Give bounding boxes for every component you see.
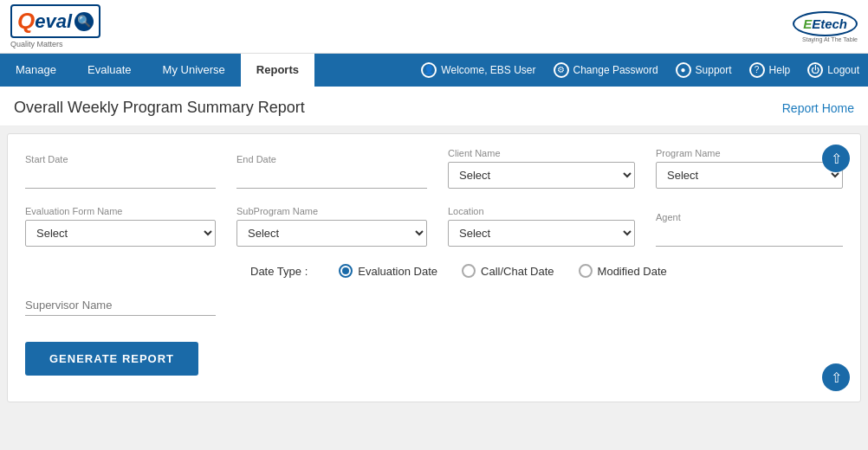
user-icon: 👤 <box>421 62 437 78</box>
date-type-row: Date Type : Evaluation Date Call/Chat Da… <box>250 264 843 278</box>
start-date-input[interactable] <box>25 168 216 189</box>
page-title: Overall Weekly Program Summary Report <box>14 99 305 117</box>
radio-circle-modified <box>579 264 593 278</box>
subprogram-label: SubProgram Name <box>236 206 427 216</box>
logo-tagline: Quality Matters <box>10 40 63 48</box>
supervisor-group <box>25 295 216 316</box>
etech-tagline: Staying At The Table <box>793 36 858 42</box>
logo-circle: 🔍 <box>74 12 94 31</box>
radio-inner-evaluation <box>342 267 349 274</box>
support-icon: ● <box>676 62 691 78</box>
nav-logout[interactable]: ⏻ Logout <box>799 54 868 87</box>
subprogram-group: SubProgram Name Select <box>236 206 427 247</box>
program-name-group: Program Name Select <box>656 148 843 189</box>
scroll-down-button[interactable]: ⇧ <box>822 363 850 391</box>
power-icon: ⏻ <box>807 62 823 78</box>
help-icon: ? <box>749 62 765 78</box>
radio-modified-date[interactable]: Modified Date <box>579 264 667 278</box>
radio-evaluation-date[interactable]: Evaluation Date <box>339 264 437 278</box>
client-name-select[interactable]: Select <box>448 162 635 189</box>
nav-right: 👤 Welcome, EBS User ⚙ Change Password ● … <box>412 54 868 87</box>
radio-label-modified: Modified Date <box>598 265 667 278</box>
nav-left: Manage Evaluate My Universe Reports <box>0 54 314 87</box>
nav-bar: Manage Evaluate My Universe Reports 👤 We… <box>0 54 868 87</box>
radio-label-call-chat: Call/Chat Date <box>481 265 554 278</box>
page-title-bar: Overall Weekly Program Summary Report Re… <box>0 87 868 126</box>
nav-my-universe[interactable]: My Universe <box>147 54 241 87</box>
radio-call-chat-date[interactable]: Call/Chat Date <box>462 264 554 278</box>
supervisor-row <box>25 295 843 316</box>
nav-welcome: 👤 Welcome, EBS User <box>412 54 544 87</box>
agent-group: Agent <box>656 212 843 247</box>
end-date-input[interactable] <box>236 168 427 189</box>
form-row-2: Evaluation Form Name Select SubProgram N… <box>25 206 843 247</box>
logo-eval: eval <box>35 10 72 33</box>
eval-form-select[interactable]: Select <box>25 220 216 247</box>
radio-group: Evaluation Date Call/Chat Date Modified … <box>339 264 667 278</box>
start-date-group: Start Date <box>25 154 216 189</box>
generate-report-button[interactable]: GENERATE REPORT <box>25 342 198 376</box>
report-home-link[interactable]: Report Home <box>782 101 854 115</box>
date-type-label: Date Type : <box>250 265 308 278</box>
client-name-label: Client Name <box>448 148 635 158</box>
agent-label: Agent <box>656 212 843 222</box>
nav-support[interactable]: ● Support <box>667 54 741 87</box>
nav-manage[interactable]: Manage <box>0 54 72 87</box>
program-name-label: Program Name <box>656 148 843 158</box>
nav-reports[interactable]: Reports <box>241 54 314 87</box>
start-date-label: Start Date <box>25 154 216 164</box>
top-header: Q eval 🔍 Quality Matters EEtech Staying … <box>0 0 868 54</box>
location-select[interactable]: Select <box>448 220 635 247</box>
etech-logo-area: EEtech Staying At The Table <box>793 11 858 42</box>
form-row-1: Start Date End Date Client Name Select P… <box>25 148 843 189</box>
location-group: Location Select <box>448 206 635 247</box>
logo-box: Q eval 🔍 <box>10 4 100 38</box>
nav-change-password[interactable]: ⚙ Change Password <box>545 54 667 87</box>
eval-form-label: Evaluation Form Name <box>25 206 216 216</box>
gear-icon: ⚙ <box>554 62 569 78</box>
etech-logo: EEtech <box>793 11 858 36</box>
location-label: Location <box>448 206 635 216</box>
nav-evaluate[interactable]: Evaluate <box>72 54 147 87</box>
radio-label-evaluation: Evaluation Date <box>358 265 437 278</box>
client-name-group: Client Name Select <box>448 148 635 189</box>
supervisor-input[interactable] <box>25 295 216 316</box>
eval-form-group: Evaluation Form Name Select <box>25 206 216 247</box>
scroll-up-button[interactable]: ⇧ <box>822 145 850 172</box>
radio-circle-call-chat <box>462 264 476 278</box>
end-date-label: End Date <box>236 154 427 164</box>
nav-help[interactable]: ? Help <box>741 54 800 87</box>
radio-circle-evaluation <box>339 264 353 278</box>
agent-input[interactable] <box>656 226 843 247</box>
program-name-select[interactable]: Select <box>656 162 843 189</box>
subprogram-select[interactable]: Select <box>236 220 427 247</box>
logo-q: Q <box>17 8 35 35</box>
end-date-group: End Date <box>236 154 427 189</box>
main-content: ⇧ Start Date End Date Client Name Select… <box>7 133 861 402</box>
logo-area: Q eval 🔍 Quality Matters <box>10 4 100 48</box>
